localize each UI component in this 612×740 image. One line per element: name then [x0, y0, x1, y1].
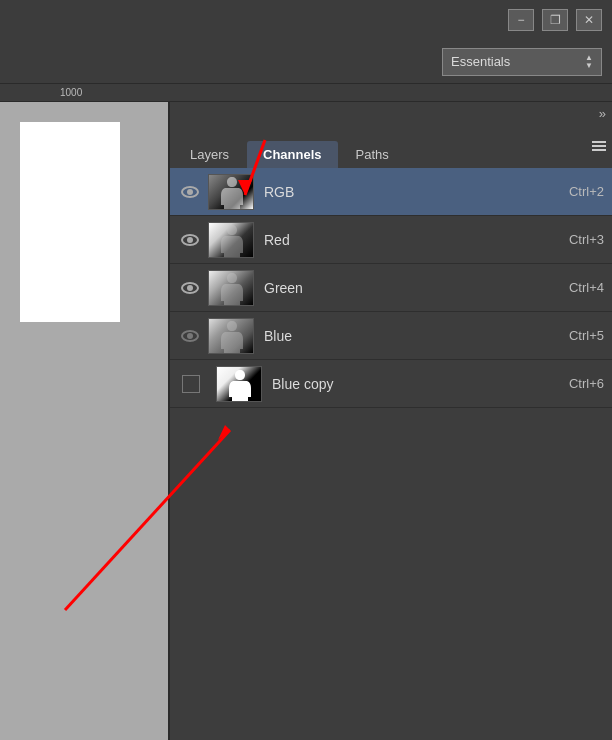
channel-name-blue-copy: Blue copy — [272, 376, 569, 392]
panel-menu-icon[interactable] — [592, 141, 606, 151]
minimize-button[interactable]: − — [508, 9, 534, 31]
channel-thumb-blue-copy — [216, 366, 262, 402]
tab-layers[interactable]: Layers — [174, 141, 245, 168]
eye-icon-green[interactable] — [178, 276, 202, 300]
eye-shape-rgb — [181, 186, 199, 198]
tab-channels[interactable]: Channels — [247, 141, 338, 168]
panel-collapse-button[interactable]: » — [599, 106, 606, 121]
channel-shortcut-rgb: Ctrl+2 — [569, 184, 604, 199]
eye-icon-blue[interactable] — [178, 324, 202, 348]
close-button[interactable]: ✕ — [576, 9, 602, 31]
channel-shortcut-green: Ctrl+4 — [569, 280, 604, 295]
workspace-label: Essentials — [451, 54, 510, 69]
eye-shape-green — [181, 282, 199, 294]
title-bar: − ❐ ✕ — [0, 0, 612, 40]
channel-name-blue: Blue — [264, 328, 569, 344]
channel-row-blue[interactable]: BlueCtrl+5 — [170, 312, 612, 360]
channel-thumb-red — [208, 222, 254, 258]
channel-thumb-green — [208, 270, 254, 306]
ruler-value: 1000 — [60, 87, 82, 98]
channel-name-green: Green — [264, 280, 569, 296]
right-panel: » Layers Channels Paths RGBCtrl+2RedCtrl… — [170, 102, 612, 740]
workspace-bar: Essentials ▲ ▼ — [0, 40, 612, 84]
panel-header: » — [170, 102, 612, 124]
main-area: » Layers Channels Paths RGBCtrl+2RedCtrl… — [0, 102, 612, 740]
channel-row-blue-copy[interactable]: Blue copyCtrl+6 — [170, 360, 612, 408]
channel-name-rgb: RGB — [264, 184, 569, 200]
channel-shortcut-blue: Ctrl+5 — [569, 328, 604, 343]
maximize-button[interactable]: ❐ — [542, 9, 568, 31]
channel-row-rgb[interactable]: RGBCtrl+2 — [170, 168, 612, 216]
canvas-white — [20, 122, 120, 322]
channel-thumb-rgb — [208, 174, 254, 210]
eye-shape-blue — [181, 330, 199, 342]
channel-row-red[interactable]: RedCtrl+3 — [170, 216, 612, 264]
tab-paths[interactable]: Paths — [340, 141, 405, 168]
workspace-dropdown[interactable]: Essentials ▲ ▼ — [442, 48, 602, 76]
eye-icon-red[interactable] — [178, 228, 202, 252]
eye-shape-red — [181, 234, 199, 246]
channel-shortcut-red: Ctrl+3 — [569, 232, 604, 247]
visibility-square-blue-copy[interactable] — [182, 375, 200, 393]
channel-name-red: Red — [264, 232, 569, 248]
tabs-row: Layers Channels Paths — [170, 124, 612, 168]
channel-row-green[interactable]: GreenCtrl+4 — [170, 264, 612, 312]
eye-icon-rgb[interactable] — [178, 180, 202, 204]
channel-thumb-blue — [208, 318, 254, 354]
workspace-arrows: ▲ ▼ — [585, 54, 593, 70]
ruler-bar: 1000 — [0, 84, 612, 102]
channels-list: RGBCtrl+2RedCtrl+3GreenCtrl+4BlueCtrl+5B… — [170, 168, 612, 740]
channel-shortcut-blue-copy: Ctrl+6 — [569, 376, 604, 391]
canvas-area — [0, 102, 170, 740]
